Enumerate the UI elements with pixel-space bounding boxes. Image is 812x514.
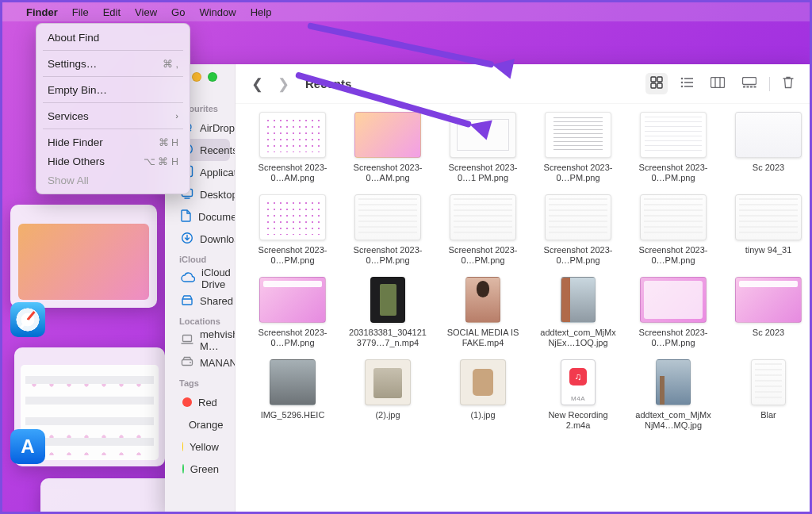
file-item[interactable]: Screenshot 2023-0…PM.png <box>253 277 332 348</box>
file-name: tinyw 94_31 <box>745 245 792 255</box>
tag-label: Green <box>190 463 219 475</box>
file-name: Screenshot 2023-0…AM.png <box>253 163 332 183</box>
appstore-icon[interactable]: A <box>10 429 45 464</box>
menu-hide-others[interactable]: Hide Others⌥ ⌘ H <box>36 152 190 171</box>
safari-icon[interactable] <box>10 302 45 337</box>
file-item[interactable]: addtext_com_MjMxNjM4…MQ.jpg <box>634 359 713 431</box>
file-thumbnail <box>259 194 326 240</box>
menu-empty-bin[interactable]: Empty Bin… <box>36 80 190 99</box>
sidebar-item-shared[interactable]: Shared <box>170 290 230 312</box>
file-item[interactable]: Blar <box>729 359 808 431</box>
file-item[interactable]: Screenshot 2023-0…PM.png <box>443 194 523 266</box>
file-thumbnail <box>259 277 326 323</box>
menu-services[interactable]: Services› <box>36 106 190 125</box>
tag-dot-icon <box>182 397 192 407</box>
delete-button[interactable] <box>778 73 799 94</box>
menu-hide-finder[interactable]: Hide Finder⌘ H <box>36 132 190 152</box>
background-window <box>40 478 179 514</box>
svg-point-15 <box>681 82 684 84</box>
file-item[interactable]: IMG_5296.HEIC <box>253 359 332 431</box>
file-item[interactable]: (2).jpg <box>348 359 427 431</box>
file-name: Screenshot 2023-0…AM.png <box>348 163 427 183</box>
file-item[interactable]: Screenshot 2023-0…PM.png <box>634 194 713 266</box>
file-item[interactable]: tinyw 94_31 <box>729 194 808 266</box>
sidebar-item-mehvish-s-m-[interactable]: mehvish's M… <box>170 329 230 351</box>
file-name: Screenshot 2023-0…PM.png <box>538 245 618 266</box>
menu-app[interactable]: Finder <box>26 6 58 18</box>
svg-rect-18 <box>684 86 693 87</box>
file-item[interactable]: addtext_com_MjMxNjEx…1OQ.jpg <box>538 277 618 348</box>
file-item[interactable]: (1).jpg <box>443 359 523 431</box>
menu-window[interactable]: Window <box>199 6 236 18</box>
background-window <box>10 205 157 308</box>
sidebar-item-label: AirDrop <box>200 122 235 134</box>
menu-about-finder[interactable]: About Find <box>36 28 190 47</box>
svg-rect-9 <box>651 77 656 82</box>
file-thumbnail <box>735 277 802 323</box>
file-item[interactable]: Screenshot 2023-0…AM.png <box>348 112 427 183</box>
file-grid: Screenshot 2023-0…AM.pngScreenshot 2023-… <box>236 104 811 513</box>
finder-menu-dropdown: About Find Settings…⌘ , Empty Bin… Servi… <box>36 23 190 194</box>
view-icons-button[interactable] <box>645 73 668 94</box>
file-thumbnail <box>545 112 611 158</box>
file-name: SOCIAL MEDIA IS FAKE.mp4 <box>443 328 523 348</box>
menu-go[interactable]: Go <box>171 6 185 18</box>
file-name: Screenshot 2023-0…PM.png <box>634 328 713 348</box>
file-thumbnail <box>656 359 691 405</box>
svg-rect-19 <box>711 78 725 88</box>
fullscreen-button[interactable] <box>208 72 217 82</box>
file-thumbnail: ♫ <box>561 359 596 405</box>
file-thumbnail <box>561 277 596 323</box>
menu-view[interactable]: View <box>135 6 157 18</box>
file-item[interactable]: Screenshot 2023-0…PM.png <box>538 194 618 266</box>
tag-red[interactable]: Red <box>170 391 230 413</box>
forward-button[interactable]: ❯ <box>274 75 293 93</box>
file-item[interactable]: Screenshot 2023-0…PM.png <box>538 112 618 183</box>
minimize-button[interactable] <box>192 72 201 82</box>
svg-rect-11 <box>651 83 656 88</box>
file-item[interactable]: Screenshot 2023-0…PM.png <box>348 194 427 266</box>
file-name: (1).jpg <box>470 410 495 420</box>
menu-settings[interactable]: Settings…⌘ , <box>36 54 190 73</box>
laptop-icon <box>181 334 193 347</box>
sidebar-item-manan[interactable]: MANAN⏏ <box>170 351 230 374</box>
tag-yellow[interactable]: Yellow <box>170 435 230 458</box>
sidebar-item-label: Documents <box>198 211 236 223</box>
file-item[interactable]: SOCIAL MEDIA IS FAKE.mp4 <box>443 277 523 348</box>
svg-rect-16 <box>684 82 693 83</box>
file-item[interactable]: Screenshot 2023-0…PM.png <box>634 112 713 183</box>
back-button[interactable]: ❮ <box>248 75 266 93</box>
file-name: Screenshot 2023-0…PM.png <box>253 245 332 266</box>
file-name: Screenshot 2023-0…PM.png <box>348 245 427 266</box>
svg-rect-22 <box>743 78 756 85</box>
file-item[interactable]: Sc 2023 <box>729 112 808 183</box>
svg-rect-12 <box>657 83 662 88</box>
tag-orange[interactable]: Orange <box>170 413 230 435</box>
file-item[interactable]: Sc 2023 <box>729 277 808 348</box>
sidebar-item-documents[interactable]: Documents <box>170 205 230 228</box>
file-name: Sc 2023 <box>753 328 784 338</box>
file-item[interactable]: Screenshot 2023-0…AM.png <box>253 112 332 183</box>
tag-green[interactable]: Green <box>170 458 230 480</box>
file-item[interactable]: Screenshot 2023-0…PM.png <box>634 277 713 348</box>
tag-dot-icon <box>182 442 183 451</box>
menu-edit[interactable]: Edit <box>103 6 121 18</box>
sidebar-item-label: Downloads <box>200 233 236 245</box>
sidebar-item-downloads[interactable]: Downloads <box>170 228 230 250</box>
menu-help[interactable]: Help <box>251 6 272 18</box>
svg-rect-24 <box>747 86 749 88</box>
file-item[interactable]: Screenshot 2023-0…1 PM.png <box>443 112 523 183</box>
menu-file[interactable]: File <box>72 6 89 18</box>
sidebar-item-label: MANAN <box>200 357 236 369</box>
sidebar-item-label: Shared <box>200 295 233 307</box>
file-item[interactable]: Screenshot 2023-0…PM.png <box>253 194 332 266</box>
menu-show-all: Show All <box>36 171 190 190</box>
file-name: Screenshot 2023-0…1 PM.png <box>443 163 523 183</box>
view-columns-button[interactable] <box>706 74 730 94</box>
view-list-button[interactable] <box>676 74 698 94</box>
file-item[interactable]: ♫New Recording 2.m4a <box>538 359 618 431</box>
file-name: 203183381_3041213779…7_n.mp4 <box>348 328 427 348</box>
file-item[interactable]: 203183381_3041213779…7_n.mp4 <box>348 277 427 348</box>
sidebar-item-icloud-drive[interactable]: iCloud Drive <box>170 267 230 290</box>
view-gallery-button[interactable] <box>737 74 761 94</box>
